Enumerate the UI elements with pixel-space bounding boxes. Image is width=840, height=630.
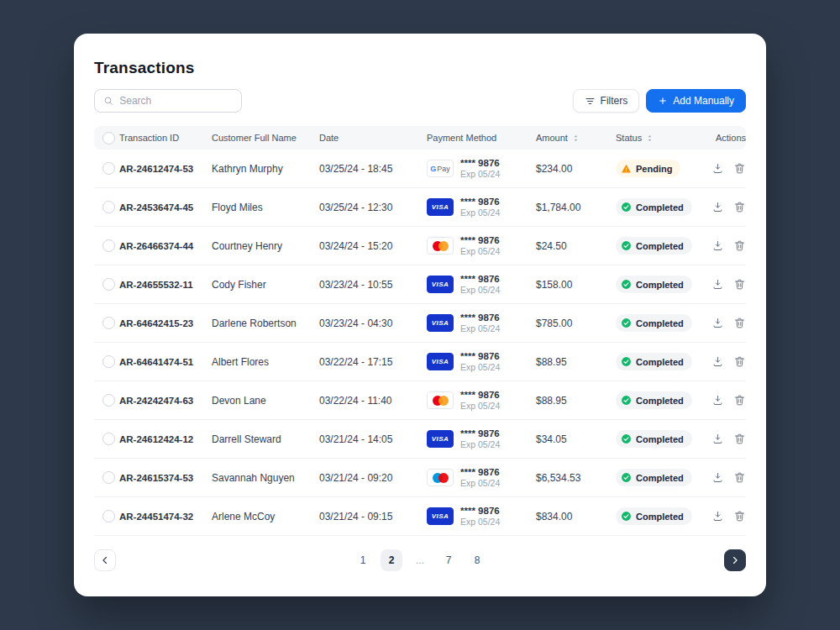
filters-button[interactable]: Filters — [573, 89, 640, 113]
download-icon[interactable] — [711, 471, 724, 484]
column-header-date[interactable]: Date — [319, 133, 427, 143]
card-number: **** 9876 — [460, 350, 500, 362]
transaction-date: 03/25/24 - 18:45 — [319, 163, 427, 175]
page-title: Transactions — [94, 59, 746, 77]
check-circle-icon — [621, 202, 632, 213]
sort-icon[interactable] — [645, 134, 654, 143]
download-icon[interactable] — [711, 162, 724, 175]
visa-card-icon: VISA — [427, 314, 454, 332]
trash-icon[interactable] — [733, 471, 746, 484]
trash-icon[interactable] — [733, 510, 746, 522]
add-manually-button[interactable]: Add Manually — [646, 89, 746, 113]
chevron-left-icon — [99, 554, 111, 566]
column-header-customer[interactable]: Customer Full Name — [212, 133, 319, 143]
trash-icon[interactable] — [733, 355, 746, 368]
pagination-page[interactable]: 7 — [438, 549, 459, 571]
visa-card-icon: VISA — [427, 507, 454, 525]
customer-name: Darlene Robertson — [212, 318, 319, 329]
download-icon[interactable] — [711, 239, 724, 252]
trash-icon[interactable] — [733, 201, 746, 213]
trash-icon[interactable] — [733, 317, 746, 329]
column-header-status[interactable]: Status — [616, 133, 704, 143]
row-checkbox[interactable] — [102, 510, 115, 522]
transaction-date: 03/21/24 - 09:15 — [319, 511, 427, 522]
transactions-panel: Transactions Filters — [74, 34, 766, 596]
row-checkbox[interactable] — [102, 162, 115, 175]
pagination-page[interactable]: 8 — [466, 549, 488, 571]
pagination-page[interactable]: 2 — [381, 549, 402, 571]
download-icon[interactable] — [711, 394, 724, 407]
trash-icon[interactable] — [733, 433, 746, 445]
status-cell: Pending — [616, 160, 704, 177]
row-checkbox[interactable] — [102, 433, 115, 445]
transaction-date: 03/22/24 - 11:40 — [319, 395, 427, 407]
download-icon[interactable] — [711, 355, 724, 368]
next-page-button[interactable] — [724, 549, 746, 571]
row-checkbox[interactable] — [102, 394, 115, 407]
status-label: Completed — [636, 357, 684, 367]
column-header-payment-method[interactable]: Payment Method — [427, 133, 536, 143]
previous-page-button[interactable] — [94, 549, 116, 571]
customer-name: Darrell Steward — [212, 433, 319, 445]
trash-icon[interactable] — [733, 239, 746, 252]
search-box[interactable] — [94, 89, 242, 113]
download-icon[interactable] — [711, 278, 724, 291]
customer-name: Arlene McCoy — [212, 511, 319, 522]
column-label: Customer Full Name — [212, 133, 297, 143]
status-label: Completed — [636, 396, 684, 406]
status-label: Completed — [636, 434, 684, 444]
select-all-checkbox[interactable] — [102, 132, 115, 144]
card-expiry: Exp 05/24 — [460, 285, 500, 296]
row-checkbox[interactable] — [102, 471, 115, 484]
row-checkbox[interactable] — [102, 355, 115, 368]
row-checkbox[interactable] — [102, 278, 115, 291]
row-checkbox[interactable] — [102, 201, 115, 213]
trash-icon[interactable] — [733, 162, 746, 175]
table-row: AR-24536474-45 Floyd Miles 03/25/24 - 12… — [94, 188, 746, 227]
transaction-id: AR-64642415-23 — [119, 318, 212, 328]
row-checkbox[interactable] — [102, 317, 115, 329]
table-row: AR-24242474-63 Devon Lane 03/22/24 - 11:… — [94, 381, 746, 420]
download-icon[interactable] — [711, 510, 724, 522]
download-icon[interactable] — [711, 433, 724, 445]
row-actions — [704, 317, 746, 329]
card-expiry: Exp 05/24 — [460, 362, 500, 373]
transaction-id: AR-24612424-12 — [119, 434, 212, 444]
download-icon[interactable] — [711, 201, 724, 213]
card-expiry: Exp 05/24 — [460, 401, 500, 412]
trash-icon[interactable] — [733, 278, 746, 291]
filter-icon — [585, 96, 596, 107]
payment-details: **** 9876 Exp 05/24 — [460, 312, 500, 335]
check-circle-icon — [621, 395, 632, 406]
card-number: **** 9876 — [460, 428, 500, 439]
check-circle-icon — [621, 318, 632, 328]
pagination-pages: 12...78 — [352, 549, 488, 571]
status-badge: Completed — [616, 198, 692, 216]
add-manually-label: Add Manually — [673, 95, 734, 107]
visa-card-icon: VISA — [427, 276, 454, 293]
column-header-amount[interactable]: Amount — [536, 133, 616, 143]
status-badge: Completed — [616, 469, 692, 486]
row-actions — [704, 510, 746, 522]
row-checkbox[interactable] — [102, 239, 115, 252]
transaction-id: AR-24451474-32 — [119, 512, 212, 522]
column-label: Amount — [536, 133, 568, 143]
payment-method-cell: GPay **** 9876 Exp 05/24 — [427, 157, 536, 181]
status-cell: Completed — [616, 391, 704, 409]
amount: $88.95 — [536, 356, 616, 368]
sort-icon[interactable] — [571, 134, 580, 143]
row-actions — [704, 278, 746, 291]
transaction-date: 03/22/24 - 17:15 — [319, 356, 427, 368]
column-label: Transaction ID — [119, 133, 179, 143]
row-actions — [704, 239, 746, 252]
column-header-transaction-id[interactable]: Transaction ID — [119, 133, 212, 143]
download-icon[interactable] — [711, 317, 724, 329]
trash-icon[interactable] — [733, 394, 746, 407]
search-input[interactable] — [119, 95, 233, 107]
status-label: Completed — [636, 202, 684, 213]
pagination-page[interactable]: 1 — [352, 549, 374, 571]
gpay-card-icon: GPay — [427, 160, 454, 177]
payment-method-cell: **** 9876 Exp 05/24 — [427, 466, 536, 490]
customer-name: Kathryn Murphy — [212, 163, 319, 175]
card-number: **** 9876 — [460, 157, 500, 169]
